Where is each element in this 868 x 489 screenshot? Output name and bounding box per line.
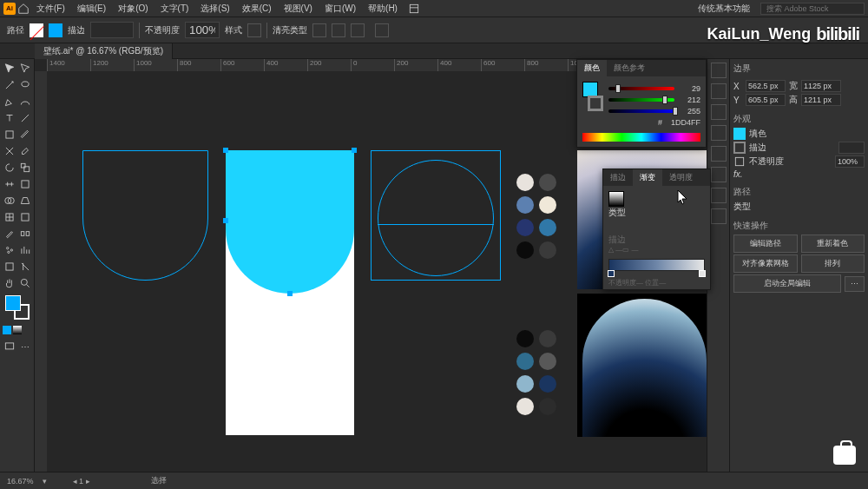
direct-selection-tool[interactable] bbox=[17, 61, 32, 76]
document-tab[interactable]: 壁纸.ai* @ 16.67% (RGB/预览) bbox=[35, 43, 173, 59]
menu-help[interactable]: 帮助(H) bbox=[363, 1, 403, 17]
gradient-tool[interactable] bbox=[17, 209, 32, 225]
dock-appearance-icon[interactable] bbox=[711, 208, 727, 224]
selection-tool[interactable] bbox=[2, 61, 16, 76]
color-mode-switches[interactable] bbox=[2, 326, 32, 334]
artwork-shape-filled-u[interactable] bbox=[226, 150, 354, 294]
gradient-stroke-swatch[interactable] bbox=[608, 221, 621, 234]
rectangle-tool[interactable] bbox=[2, 127, 16, 142]
line-tool[interactable] bbox=[17, 110, 32, 126]
dock-symbols-icon[interactable] bbox=[711, 167, 727, 182]
gradient-stop-2[interactable] bbox=[699, 270, 706, 277]
zoom-tool[interactable] bbox=[17, 275, 32, 291]
paintbrush-tool[interactable] bbox=[17, 127, 32, 142]
dock-libraries-icon[interactable] bbox=[711, 83, 727, 99]
align-btn-1[interactable] bbox=[312, 23, 326, 37]
menu-type[interactable]: 文字(T) bbox=[155, 1, 194, 17]
opacity-input[interactable] bbox=[185, 22, 220, 38]
gradient-panel[interactable]: 描边 渐变 透明度 类型 描边 △ —▭ — 不透明度— 位置— bbox=[602, 169, 711, 290]
tab-stroke[interactable]: 描边 bbox=[603, 169, 633, 186]
graph-tool[interactable] bbox=[17, 242, 32, 258]
align-btn-2[interactable] bbox=[332, 23, 345, 37]
slider-b[interactable]: 255 bbox=[608, 107, 700, 116]
color-stroke-swatch[interactable] bbox=[588, 96, 603, 111]
menu-object[interactable]: 对象(O) bbox=[113, 1, 153, 17]
eyedropper-tool[interactable] bbox=[2, 226, 16, 241]
hex-value[interactable]: 1DD4FF bbox=[666, 118, 700, 127]
shape-builder-tool[interactable] bbox=[2, 193, 16, 208]
edit-toolbar[interactable]: ⋯ bbox=[17, 339, 32, 354]
menu-view[interactable]: 视图(V) bbox=[279, 1, 318, 17]
zoom-level[interactable]: 16.67% bbox=[7, 477, 34, 486]
slider-r[interactable]: 29 bbox=[608, 84, 700, 93]
gradient-stop-1[interactable] bbox=[608, 270, 615, 277]
fill-box[interactable] bbox=[5, 295, 21, 311]
eraser-tool[interactable] bbox=[17, 143, 32, 159]
prop-x-input[interactable] bbox=[746, 80, 786, 92]
fill-swatch[interactable] bbox=[30, 23, 43, 37]
appearance-opacity-input[interactable] bbox=[835, 155, 865, 168]
slider-g[interactable]: 212 bbox=[608, 96, 700, 104]
appearance-stroke-weight[interactable] bbox=[838, 142, 865, 154]
gradient-ramp[interactable] bbox=[608, 259, 705, 271]
prop-w-input[interactable] bbox=[801, 80, 841, 92]
artwork-shape-outline-u[interactable] bbox=[82, 150, 208, 281]
workspace-switcher[interactable]: 传统基本功能 bbox=[693, 1, 755, 17]
btn-recolor[interactable]: 重新着色 bbox=[801, 235, 865, 253]
btn-more[interactable]: ⋯ bbox=[845, 276, 865, 292]
perspective-tool[interactable] bbox=[17, 193, 32, 208]
magic-wand-tool[interactable] bbox=[2, 77, 16, 93]
appearance-fill-swatch[interactable] bbox=[733, 128, 746, 140]
dock-layers-icon[interactable] bbox=[711, 104, 727, 120]
appearance-stroke-swatch[interactable] bbox=[733, 142, 746, 154]
search-input[interactable] bbox=[760, 3, 865, 15]
tab-color-guide[interactable]: 颜色参考 bbox=[607, 60, 652, 76]
fill-stroke-indicator[interactable] bbox=[5, 295, 30, 320]
hand-tool[interactable] bbox=[2, 275, 16, 291]
style-picker[interactable] bbox=[247, 23, 261, 37]
prop-y-input[interactable] bbox=[746, 94, 786, 106]
menu-select[interactable]: 选择(S) bbox=[195, 1, 234, 17]
dock-stroke-icon[interactable] bbox=[711, 188, 727, 203]
no-color-swatch[interactable] bbox=[582, 113, 593, 123]
pen-tool[interactable] bbox=[2, 94, 16, 109]
stroke-swatch[interactable] bbox=[49, 23, 62, 37]
share-icon[interactable] bbox=[408, 3, 420, 15]
tab-transparency[interactable]: 透明度 bbox=[662, 169, 700, 186]
mesh-tool[interactable] bbox=[2, 209, 16, 225]
menu-window[interactable]: 窗口(W) bbox=[319, 1, 361, 17]
free-transform-tool[interactable] bbox=[17, 176, 32, 192]
rotate-tool[interactable] bbox=[2, 160, 16, 175]
width-tool[interactable] bbox=[2, 176, 16, 192]
artwork-gradient-bottom[interactable] bbox=[577, 294, 707, 437]
dock-brushes-icon[interactable] bbox=[711, 146, 727, 162]
artboard-tool[interactable] bbox=[2, 259, 16, 274]
spectrum-strip[interactable] bbox=[582, 133, 700, 142]
menu-effect[interactable]: 效果(C) bbox=[237, 1, 277, 17]
btn-arrange[interactable]: 排列 bbox=[801, 254, 865, 273]
dock-swatches-icon[interactable] bbox=[711, 125, 727, 141]
btn-pixel-align[interactable]: 对齐像素网格 bbox=[733, 254, 798, 273]
curvature-tool[interactable] bbox=[17, 94, 32, 109]
align-btn-4[interactable] bbox=[375, 23, 389, 37]
blend-tool[interactable] bbox=[17, 226, 32, 241]
screen-mode[interactable] bbox=[2, 339, 16, 354]
stroke-weight-input[interactable] bbox=[90, 22, 134, 38]
menu-file[interactable]: 文件(F) bbox=[31, 1, 70, 17]
symbol-sprayer-tool[interactable] bbox=[2, 242, 16, 258]
tab-color[interactable]: 颜色 bbox=[577, 60, 607, 76]
lasso-tool[interactable] bbox=[17, 77, 32, 93]
shaper-tool[interactable] bbox=[2, 143, 16, 159]
align-btn-3[interactable] bbox=[351, 23, 365, 37]
tab-gradient[interactable]: 渐变 bbox=[633, 169, 662, 186]
btn-global-edit[interactable]: 启动全局编辑 bbox=[733, 274, 841, 293]
artwork-circle-outline[interactable] bbox=[378, 160, 494, 276]
slice-tool[interactable] bbox=[17, 259, 32, 274]
scale-tool[interactable] bbox=[17, 160, 32, 175]
type-tool[interactable] bbox=[2, 110, 16, 126]
color-panel[interactable]: 颜色 颜色参考 29 212 255 #1DD4FF bbox=[576, 59, 707, 148]
gradient-preview-swatch[interactable] bbox=[608, 191, 624, 207]
btn-edit-path[interactable]: 编辑路径 bbox=[733, 235, 798, 253]
home-icon[interactable] bbox=[17, 3, 30, 15]
prop-h-input[interactable] bbox=[801, 94, 841, 106]
